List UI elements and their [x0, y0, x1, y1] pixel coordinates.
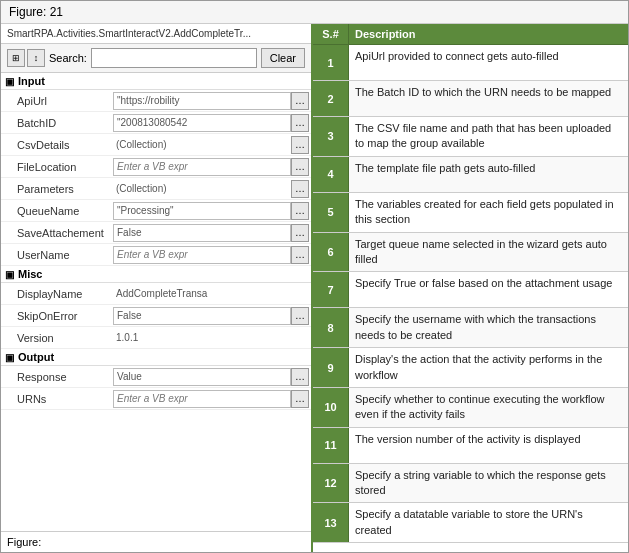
- prop-value-area: …: [111, 201, 311, 221]
- row-number: 6: [313, 233, 349, 272]
- sort-icon[interactable]: ↕: [27, 49, 45, 67]
- prop-row: BatchID…: [1, 112, 311, 134]
- figure-bottom: Figure:: [1, 531, 311, 552]
- prop-name: ApiUrl: [1, 93, 111, 109]
- prop-value-area: AddCompleteTransa: [111, 287, 311, 300]
- header-desc: Description: [349, 24, 628, 44]
- table-row: 3The CSV file name and path that has bee…: [313, 117, 628, 157]
- main-content: SmartRPA.Activities.SmartInteractV2.AddC…: [1, 24, 628, 552]
- row-description: Specify the username with which the tran…: [349, 308, 628, 347]
- row-description: Specify a string variable to which the r…: [349, 464, 628, 503]
- prop-input[interactable]: [113, 246, 291, 264]
- prop-row: SkipOnError…: [1, 305, 311, 327]
- prop-value-area: 1.0.1: [111, 331, 311, 344]
- table-row: 7Specify True or false based on the atta…: [313, 272, 628, 308]
- row-number: 1: [313, 45, 349, 80]
- row-number: 4: [313, 157, 349, 192]
- prop-row: UserName…: [1, 244, 311, 266]
- prop-value-area: …: [111, 245, 311, 265]
- table-row: 6Target queue name selected in the wizar…: [313, 233, 628, 273]
- section-header-input[interactable]: ▣Input: [1, 73, 311, 90]
- table-row: 13Specify a datatable variable to store …: [313, 503, 628, 543]
- prop-value-area: (Collection)…: [111, 135, 311, 155]
- ellipsis-button[interactable]: …: [291, 158, 309, 176]
- section-header-misc[interactable]: ▣Misc: [1, 266, 311, 283]
- prop-static-value: AddCompleteTransa: [113, 288, 309, 299]
- prop-name: BatchID: [1, 115, 111, 131]
- ellipsis-button[interactable]: …: [291, 390, 309, 408]
- ellipsis-button[interactable]: …: [291, 180, 309, 198]
- prop-input[interactable]: [113, 114, 291, 132]
- prop-name: Response: [1, 369, 111, 385]
- section-header-output[interactable]: ▣Output: [1, 349, 311, 366]
- prop-row: DisplayNameAddCompleteTransa: [1, 283, 311, 305]
- search-label: Search:: [49, 52, 87, 64]
- row-description: The template file path gets auto-filled: [349, 157, 628, 192]
- ellipsis-button[interactable]: …: [291, 224, 309, 242]
- row-number: 7: [313, 272, 349, 307]
- header-num: S.#: [313, 24, 349, 44]
- row-description: Display's the action that the activity p…: [349, 348, 628, 387]
- prop-static-value: (Collection): [113, 183, 291, 194]
- prop-input[interactable]: [113, 158, 291, 176]
- prop-name: Parameters: [1, 181, 111, 197]
- table-row: 1ApiUrl provided to connect gets auto-fi…: [313, 45, 628, 81]
- prop-name: UserName: [1, 247, 111, 263]
- prop-name: DisplayName: [1, 286, 111, 302]
- grid-icon[interactable]: ⊞: [7, 49, 25, 67]
- prop-name: Version: [1, 330, 111, 346]
- prop-row: ApiUrl…: [1, 90, 311, 112]
- prop-name: CsvDetails: [1, 137, 111, 153]
- row-number: 11: [313, 428, 349, 463]
- figure-title-text: Figure: 21: [9, 5, 63, 19]
- ellipsis-button[interactable]: …: [291, 114, 309, 132]
- prop-input[interactable]: [113, 390, 291, 408]
- table-row: 11The version number of the activity is …: [313, 428, 628, 464]
- row-number: 13: [313, 503, 349, 542]
- clear-button[interactable]: Clear: [261, 48, 305, 68]
- table-row: 12Specify a string variable to which the…: [313, 464, 628, 504]
- prop-value-area: …: [111, 306, 311, 326]
- ellipsis-button[interactable]: …: [291, 307, 309, 325]
- row-number: 9: [313, 348, 349, 387]
- prop-input[interactable]: [113, 92, 291, 110]
- prop-row: FileLocation…: [1, 156, 311, 178]
- activity-name: SmartRPA.Activities.SmartInteractV2.AddC…: [1, 24, 311, 44]
- search-input[interactable]: [91, 48, 257, 68]
- prop-input[interactable]: [113, 368, 291, 386]
- row-description: Target queue name selected in the wizard…: [349, 233, 628, 272]
- prop-value-area: …: [111, 157, 311, 177]
- row-description: ApiUrl provided to connect gets auto-fil…: [349, 45, 628, 80]
- prop-name: SaveAttachement: [1, 225, 111, 241]
- prop-input[interactable]: [113, 307, 291, 325]
- row-description: The CSV file name and path that has been…: [349, 117, 628, 156]
- main-container: Figure: 21 SmartRPA.Activities.SmartInte…: [0, 0, 629, 553]
- ellipsis-button[interactable]: …: [291, 92, 309, 110]
- ellipsis-button[interactable]: …: [291, 136, 309, 154]
- left-panel: SmartRPA.Activities.SmartInteractV2.AddC…: [1, 24, 313, 552]
- prop-value-area: …: [111, 113, 311, 133]
- properties-area: ▣InputApiUrl…BatchID…CsvDetails(Collecti…: [1, 73, 311, 531]
- row-description: Specify a datatable variable to store th…: [349, 503, 628, 542]
- prop-input[interactable]: [113, 224, 291, 242]
- row-description: The variables created for each field get…: [349, 193, 628, 232]
- prop-value-area: …: [111, 389, 311, 409]
- row-number: 10: [313, 388, 349, 427]
- prop-row: QueueName…: [1, 200, 311, 222]
- prop-name: QueueName: [1, 203, 111, 219]
- row-number: 2: [313, 81, 349, 116]
- prop-value-area: …: [111, 223, 311, 243]
- ellipsis-button[interactable]: …: [291, 202, 309, 220]
- prop-static-value: (Collection): [113, 139, 291, 150]
- row-description: The version number of the activity is di…: [349, 428, 628, 463]
- prop-input[interactable]: [113, 202, 291, 220]
- figure-title: Figure: 21: [1, 1, 628, 24]
- ellipsis-button[interactable]: …: [291, 246, 309, 264]
- prop-row: CsvDetails(Collection)…: [1, 134, 311, 156]
- table-row: 10Specify whether to continue executing …: [313, 388, 628, 428]
- row-description: The Batch ID to which the URN needs to b…: [349, 81, 628, 116]
- ellipsis-button[interactable]: …: [291, 368, 309, 386]
- right-panel: S.# Description 1ApiUrl provided to conn…: [313, 24, 628, 552]
- prop-static-value: 1.0.1: [113, 332, 309, 343]
- table-row: 5The variables created for each field ge…: [313, 193, 628, 233]
